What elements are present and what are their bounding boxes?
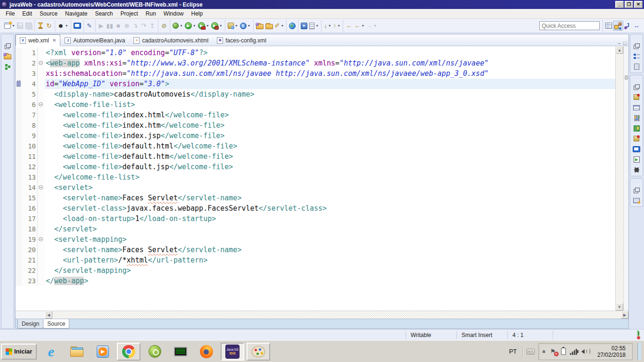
menu-edit[interactable]: Edit <box>18 9 36 18</box>
horizontal-scrollbar[interactable]: ◀ ▶ <box>16 311 628 319</box>
refresh-button[interactable]: ↻ <box>45 22 53 30</box>
external-tools-button[interactable]: ► <box>300 22 308 30</box>
code-line[interactable]: 16 <servlet-class>javax.faces.webapp.Fac… <box>16 203 615 214</box>
back-button[interactable]: ←▼ <box>353 22 365 30</box>
fold-collapse-icon[interactable] <box>39 61 43 65</box>
scroll-down-button[interactable]: ▼ <box>616 303 623 311</box>
code-line[interactable]: 14 <servlet> <box>16 182 615 193</box>
code-line[interactable]: 15 <servlet-name>Faces Servlet</servlet-… <box>16 193 615 203</box>
taskbar-windows-explorer-button[interactable] <box>65 343 89 361</box>
dropdown-arrow-icon[interactable]: ▼ <box>361 24 364 27</box>
shortcuts-icon[interactable]: ▶ <box>631 155 642 164</box>
code-line[interactable]: 8 <welcome-file>index.htm</welcome-file> <box>16 120 615 131</box>
spider-icon[interactable] <box>631 165 642 174</box>
javaee-perspective-button[interactable] <box>613 21 623 31</box>
dropdown-arrow-icon[interactable]: ▼ <box>65 24 68 27</box>
maximize-editor-icon[interactable]: □ <box>623 40 627 46</box>
code-line[interactable]: 21 <url-pattern>/*xhtml</url-pattern> <box>16 255 615 265</box>
dropdown-arrow-icon[interactable]: ▼ <box>12 24 15 27</box>
code-area[interactable]: 1<?xml version="1.0" encoding="UTF-8"?>2… <box>16 46 615 311</box>
user-account-button[interactable]: ☻▼ <box>57 22 69 30</box>
previous-annotation-button[interactable]: ↑▼ <box>332 22 341 30</box>
taskbar-eclipse-button[interactable]: Java EEIDE <box>221 343 244 361</box>
fold-collapse-icon[interactable] <box>39 185 43 189</box>
taskbar-paint-button[interactable] <box>247 343 270 361</box>
tab-close-icon[interactable]: ✕ <box>52 38 56 43</box>
close-button[interactable]: ✕ <box>634 1 643 8</box>
code-line[interactable]: 3xsi:schemaLocation="http://java.sun.com… <box>16 68 615 79</box>
dropdown-arrow-icon[interactable]: ▼ <box>206 24 209 27</box>
scroll-up-button[interactable]: ▲ <box>616 46 623 54</box>
code-line[interactable]: 6 <welcome-file-list> <box>16 99 615 110</box>
menu-source[interactable]: Source <box>36 9 61 18</box>
code-line[interactable]: 7 <welcome-file>index.html</welcome-file… <box>16 110 615 120</box>
taskbar-media-player-button[interactable] <box>91 343 115 361</box>
code-line[interactable]: 5 <display-name>cadastroAutomoveis</disp… <box>16 89 615 99</box>
taskbar-android-studio-button[interactable] <box>143 343 166 361</box>
tab-web-xml[interactable]: Xweb.xml✕ <box>16 34 60 46</box>
code-line[interactable]: 4id="WebApp_ID" version="3.0"> <box>16 79 615 89</box>
code-line[interactable]: 10 <welcome-file>default.html</welcome-f… <box>16 141 615 151</box>
bookmarks-icon[interactable] <box>631 134 642 143</box>
properties-icon[interactable] <box>631 196 642 205</box>
console-icon[interactable] <box>631 144 642 154</box>
dropdown-arrow-icon[interactable]: ▼ <box>193 24 196 27</box>
start-button[interactable]: Iniciar <box>1 344 37 360</box>
import-button[interactable] <box>255 22 264 30</box>
dropdown-arrow-icon[interactable]: ▼ <box>219 24 223 27</box>
snippets-icon[interactable] <box>631 113 642 123</box>
network-signal-icon[interactable] <box>570 348 577 355</box>
vertical-scrollbar[interactable]: ▲ ▼ <box>615 46 623 311</box>
code-line[interactable]: 12 <welcome-file>default.jsp</welcome-fi… <box>16 162 615 172</box>
web-service-wizard-button[interactable]: S▼ <box>239 22 252 30</box>
dropdown-arrow-icon[interactable]: ▼ <box>235 24 238 27</box>
quick-access-input[interactable] <box>539 21 600 30</box>
tray-clock[interactable]: 02:55 27/02/2018 <box>594 345 628 358</box>
highlighter-button[interactable]: ✐▼ <box>274 22 285 30</box>
templates-icon[interactable] <box>631 62 642 71</box>
restore-pane-icon[interactable] <box>631 82 642 91</box>
scroll-right-button[interactable]: ▶ <box>621 311 628 319</box>
taskbar-chrome-button[interactable] <box>117 343 140 361</box>
data-source-explorer-icon[interactable] <box>631 103 642 112</box>
restore-button[interactable]: ❐ <box>625 1 633 8</box>
vertical-scroll-track[interactable] <box>616 54 623 303</box>
build-all-button[interactable] <box>36 22 45 30</box>
dropdown-arrow-icon[interactable]: ▼ <box>337 24 340 27</box>
minimize-button[interactable]: _ <box>615 1 624 8</box>
notification-icon[interactable] <box>638 331 639 339</box>
other-perspective-button[interactable]: ↔ <box>632 22 641 30</box>
run-button[interactable]: ▶▼ <box>184 21 197 30</box>
code-line[interactable]: 19 <servlet-mapping> <box>16 234 615 245</box>
code-line[interactable]: 22 </servlet-mapping> <box>16 265 615 276</box>
restore-pane-icon[interactable] <box>631 41 642 50</box>
skip-breakpoints-button[interactable]: ⊘ <box>160 22 168 30</box>
volume-icon[interactable] <box>581 348 590 354</box>
outline-icon[interactable] <box>631 51 642 61</box>
debug-button[interactable]: ▼ <box>172 22 184 30</box>
code-line[interactable]: 13 </welcome-file-list> <box>16 172 615 182</box>
keyboard-icon[interactable] <box>527 349 535 354</box>
horizontal-scroll-track[interactable] <box>52 311 621 319</box>
restore-pane-icon[interactable] <box>2 41 13 50</box>
dropdown-arrow-icon[interactable]: ▼ <box>373 24 377 27</box>
last-edit-location-button[interactable]: ← <box>345 22 353 30</box>
code-line[interactable]: 11 <welcome-file>default.htm</welcome-fi… <box>16 151 615 162</box>
fold-collapse-icon[interactable] <box>39 102 43 107</box>
code-line[interactable]: 18 </servlet> <box>16 224 615 234</box>
dropdown-arrow-icon[interactable]: ▼ <box>180 24 183 27</box>
mark-occurrences-button[interactable]: ✎ <box>85 22 94 30</box>
project-explorer-icon[interactable] <box>2 51 13 61</box>
dropdown-arrow-icon[interactable]: ▼ <box>281 24 284 27</box>
tab-faces-config-xml[interactable]: ❖faces-config.xml <box>213 34 271 46</box>
dropdown-arrow-icon[interactable]: ▼ <box>248 24 251 27</box>
menu-search[interactable]: Search <box>91 9 116 18</box>
tab-cadastroautomoveis-xhtml[interactable]: ≡cadastroAutomoveis.xhtml <box>129 34 213 46</box>
minimize-editor-icon[interactable]: – <box>618 40 620 46</box>
code-line[interactable]: 17 <load-on-startup>1</load-on-startup> <box>16 214 615 224</box>
servers-icon[interactable] <box>631 92 642 102</box>
new-javaee-wizard-button[interactable]: ▼ <box>227 22 239 30</box>
taskbar-ie-button[interactable]: e <box>39 343 63 361</box>
tab-design[interactable]: Design <box>17 319 43 329</box>
palette-icon[interactable] <box>631 123 642 133</box>
